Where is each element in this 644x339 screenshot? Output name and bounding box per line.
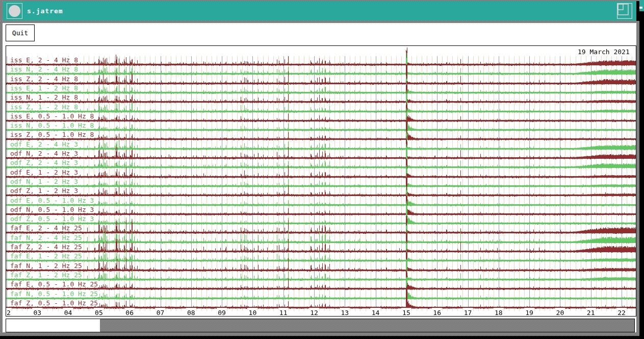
- titlebar[interactable]: s.jatrem: [3, 1, 636, 21]
- scrollbar-trough[interactable]: [100, 319, 634, 332]
- window-content: Quit: [3, 23, 636, 332]
- app-window: s.jatrem Quit: [0, 0, 639, 336]
- maximize-button[interactable]: [617, 3, 632, 19]
- window-menu-button[interactable]: [7, 3, 22, 19]
- tremor-plot-frame: [6, 45, 636, 317]
- background-window-edge: [639, 7, 642, 9]
- window-title: s.jatrem: [27, 7, 63, 15]
- maximize-icon: [617, 3, 632, 19]
- scrollbar-thumb[interactable]: [6, 319, 100, 332]
- window-border: [0, 332, 639, 336]
- desktop-background: s.jatrem Quit: [0, 0, 644, 339]
- time-scrollbar[interactable]: [6, 319, 635, 332]
- quit-button[interactable]: Quit: [6, 25, 35, 41]
- background-window-fragment: [639, 0, 644, 11]
- window-border: [636, 21, 639, 336]
- tremor-plot-canvas[interactable]: [6, 46, 636, 316]
- window-menu-icon: [9, 5, 20, 17]
